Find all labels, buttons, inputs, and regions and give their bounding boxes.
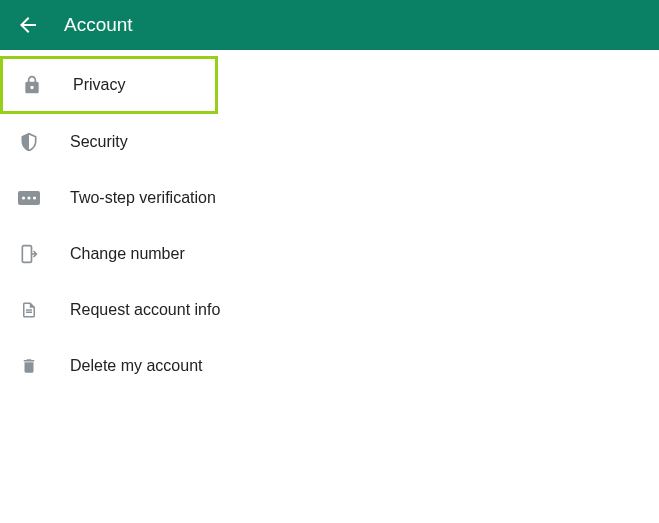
- menu-label: Security: [70, 133, 128, 151]
- lock-icon: [21, 74, 43, 96]
- menu-label: Change number: [70, 245, 185, 263]
- menu-list: Privacy Security Two-step verification: [0, 50, 659, 394]
- menu-label: Request account info: [70, 301, 220, 319]
- header: Account: [0, 0, 659, 50]
- menu-label: Privacy: [73, 76, 125, 94]
- menu-item-two-step[interactable]: Two-step verification: [0, 170, 659, 226]
- arrow-back-icon: [16, 13, 40, 37]
- trash-icon: [18, 355, 40, 377]
- svg-rect-4: [22, 246, 31, 263]
- change-number-icon: [18, 243, 40, 265]
- menu-item-privacy[interactable]: Privacy: [0, 56, 218, 114]
- pin-icon: [18, 187, 40, 209]
- menu-item-request-info[interactable]: Request account info: [0, 282, 659, 338]
- svg-point-3: [33, 196, 36, 199]
- shield-icon: [18, 131, 40, 153]
- menu-item-delete-account[interactable]: Delete my account: [0, 338, 659, 394]
- menu-label: Delete my account: [70, 357, 203, 375]
- back-button[interactable]: [16, 13, 40, 37]
- document-icon: [18, 299, 40, 321]
- menu-label: Two-step verification: [70, 189, 216, 207]
- svg-point-2: [27, 196, 30, 199]
- menu-item-change-number[interactable]: Change number: [0, 226, 659, 282]
- page-title: Account: [64, 14, 133, 36]
- svg-point-1: [22, 196, 25, 199]
- menu-item-security[interactable]: Security: [0, 114, 659, 170]
